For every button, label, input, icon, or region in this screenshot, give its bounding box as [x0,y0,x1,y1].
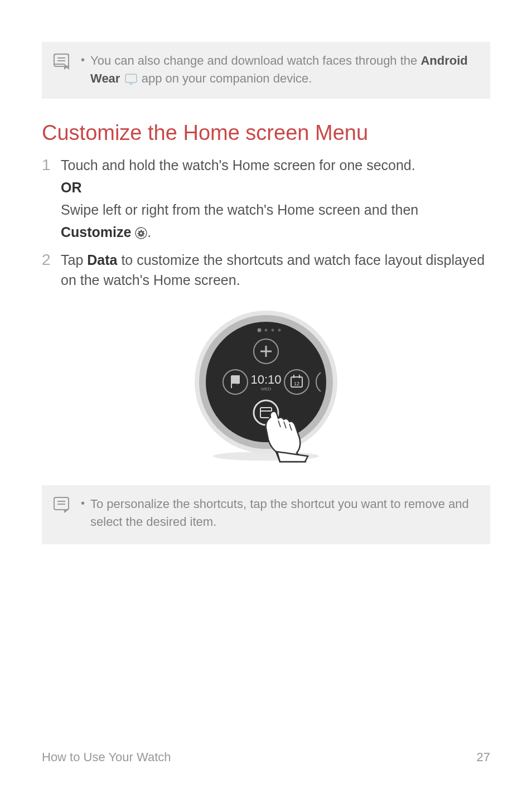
watch-illustration: 12 10:10 WED [0,307,532,463]
svg-text:WED: WED [261,386,272,391]
section-heading: Customize the Home screen Menu [42,121,490,145]
note-icon [53,53,70,70]
numbered-list: 1 Touch and hold the watch's Home screen… [42,155,490,290]
svg-point-13 [278,329,281,332]
step1-line2: Swipe left or right from the watch's Hom… [61,200,490,220]
svg-text:10:10: 10:10 [250,373,281,386]
page-number: 27 [477,750,490,765]
step-1: 1 Touch and hold the watch's Home screen… [42,155,490,242]
step-body-1: Touch and hold the watch's Home screen f… [61,155,490,242]
android-wear-icon [125,74,137,85]
gear-icon [135,227,147,239]
svg-point-5 [140,233,142,235]
note-text-2: To personalize the shortcuts, tap the sh… [90,495,479,531]
note-box-1: • You can also change and download watch… [42,42,490,99]
svg-point-10 [258,328,262,332]
step1-customize-line: Customize . [61,222,490,242]
svg-point-12 [272,329,274,332]
footer: How to Use Your Watch 27 [42,750,490,765]
step1-or: OR [61,177,490,197]
note-content-2: • To personalize the shortcuts, tap the … [81,495,479,531]
step-2: 2 Tap Data to customize the shortcuts an… [42,250,490,290]
step1-line1: Touch and hold the watch's Home screen f… [61,155,490,175]
note-icon [53,496,70,513]
step-number-1: 1 [42,155,61,175]
bullet-dot: • [81,495,85,511]
step-body-2: Tap Data to customize the shortcuts and … [61,250,490,290]
watch-svg: 12 10:10 WED [188,307,344,463]
step-number-2: 2 [42,250,61,270]
svg-text:12: 12 [294,381,299,386]
svg-point-11 [265,329,268,332]
note-content-1: • You can also change and download watch… [81,52,479,88]
svg-rect-3 [125,74,137,83]
bullet-dot: • [81,52,85,67]
note-text-1: You can also change and download watch f… [90,52,479,88]
footer-section: How to Use Your Watch [42,750,171,765]
note-box-2: • To personalize the shortcuts, tap the … [42,485,490,544]
